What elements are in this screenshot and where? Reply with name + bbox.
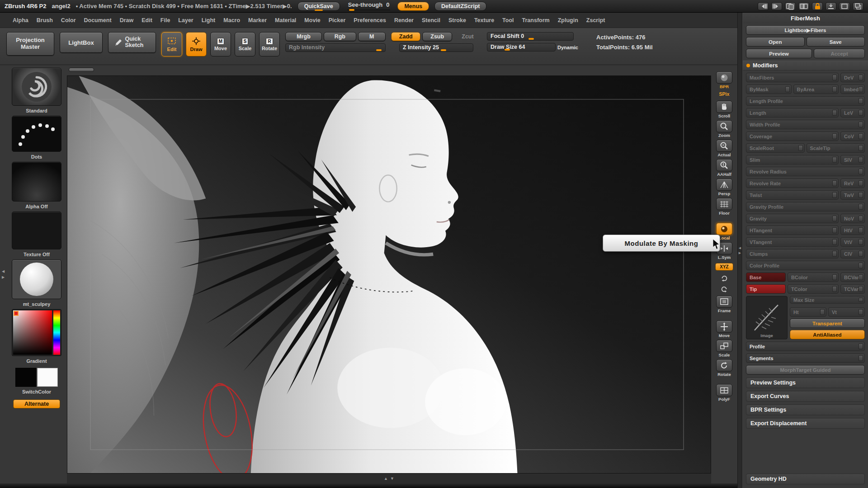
menu-render[interactable]: Render [391,16,417,25]
byarea-slider[interactable]: ByArea [793,84,839,94]
menu-transform[interactable]: Transform [519,16,553,25]
nov-slider[interactable]: NoV [840,214,865,223]
default-zscript-button[interactable]: DefaultZScript [434,2,486,11]
menu-draw[interactable]: Draw [116,16,137,25]
draw-size-slider[interactable]: Draw Size 64 [487,43,556,52]
length-slider[interactable]: Length [746,108,839,117]
copy-document-icon[interactable] [785,2,796,10]
htangent-slider[interactable]: HTangent [746,225,839,235]
menu-macro[interactable]: Macro [220,16,244,25]
rotate-button[interactable]: R Rotate [259,32,280,56]
scale-button[interactable]: S Scale [235,32,255,56]
menu-movie[interactable]: Movie [301,16,324,25]
menu-zscript[interactable]: Zscript [583,16,609,25]
clv-slider[interactable]: ClV [840,249,865,258]
open-button[interactable]: Open [746,37,805,47]
twist-slider[interactable]: Twist [746,190,839,200]
ht-slider[interactable]: Ht [790,307,826,317]
mrgb-button[interactable]: Mrgb [285,32,322,41]
current-texture-thumbnail[interactable] [12,211,61,249]
bpr-settings-header[interactable]: BPR Settings [746,404,865,415]
tip-color-swatch[interactable]: Tip [746,284,786,294]
draw-button[interactable]: Draw [186,32,207,56]
vtangent-slider[interactable]: VTangent [746,237,839,247]
menu-preferences[interactable]: Preferences [350,16,390,25]
menu-alpha[interactable]: Alpha [9,16,32,25]
twv-slider[interactable]: TwV [840,190,865,200]
lock-icon[interactable] [812,2,823,10]
width-profile-curve[interactable]: Width Profile [746,120,865,129]
color-profile-curve[interactable]: Color Profile [746,261,865,270]
sculpt-viewport[interactable] [67,75,711,474]
aahalf-button[interactable]: AAHalf [716,159,732,177]
floor-button[interactable]: Floor [716,198,732,216]
zoom-button[interactable]: Zoom [716,120,732,138]
rgb-intensity-slider[interactable]: Rgb Intensity [285,43,386,52]
focal-shift-slider[interactable]: Focal Shift 0 [487,32,574,41]
left-tray-divider[interactable]: ◀ ▶ [0,65,6,483]
scaleroot-slider[interactable]: ScaleRoot [746,143,805,153]
scroll-up-icon[interactable]: ▲ [384,476,388,481]
spin-left-icon[interactable] [718,274,730,283]
move-button[interactable]: M Move [210,32,231,56]
revolve-radius-slider[interactable]: Revolve Radius [746,167,865,176]
current-brush-thumbnail[interactable] [12,68,61,106]
menu-document[interactable]: Document [80,16,115,25]
antialiased-button[interactable]: AntiAliased [790,330,865,339]
menu-texture[interactable]: Texture [471,16,498,25]
menu-edit[interactable]: Edit [138,16,156,25]
morphtarget-guided-button[interactable]: MorphTarget Guided [746,365,865,375]
menu-material[interactable]: Material [271,16,300,25]
bcolor-slider[interactable]: BColor [788,272,839,282]
revolve-rate-slider[interactable]: Revolve Rate [746,178,839,188]
canvas-drag-handle[interactable] [69,68,94,72]
zadd-button[interactable]: Zadd [391,32,420,41]
menu-stroke[interactable]: Stroke [445,16,470,25]
maximize-icon[interactable] [839,2,850,10]
saturation-value-square[interactable] [13,310,52,355]
swap-document-icon[interactable] [798,2,809,10]
menu-picker[interactable]: Picker [325,16,349,25]
htv-slider[interactable]: HtV [840,225,865,235]
gyro-rotate-button[interactable]: Rotate [716,359,732,377]
scroll-button[interactable]: Scroll [716,101,732,118]
transparent-button[interactable]: Transparent [790,319,865,328]
minimize-icon[interactable] [826,2,836,10]
menu-marker[interactable]: Marker [245,16,270,25]
zsub-button[interactable]: Zsub [422,32,452,41]
gravity-slider[interactable]: Gravity [746,214,839,223]
bpr-button[interactable]: BPR [716,71,732,89]
tray-scroll-right-icon[interactable] [771,2,782,10]
cov-slider[interactable]: CoV [840,131,865,141]
accept-button[interactable]: Accept [814,49,865,58]
panel-title[interactable]: FiberMesh [743,13,868,23]
spix-button[interactable]: SPix [719,91,730,97]
gyro-scale-button[interactable]: Scale [716,340,732,357]
scroll-down-icon[interactable]: ▼ [390,476,394,481]
geometry-hd-header[interactable]: Geometry HD [746,474,865,484]
z-intensity-slider[interactable]: Z Intensity 25 [399,43,473,52]
lightbox-button[interactable]: LightBox [60,32,103,53]
max-size-slider[interactable]: Max Size [790,296,865,304]
fiber-image-thumbnail[interactable]: Image [746,296,788,339]
current-material-thumbnail[interactable] [12,259,61,299]
tray-scroll-left-icon[interactable] [758,2,769,10]
gyro-move-button[interactable]: Move [716,320,732,338]
vtv-slider[interactable]: VtV [840,237,865,247]
menu-brush[interactable]: Brush [33,16,57,25]
spin-right-icon[interactable] [718,285,730,294]
m-button[interactable]: M [358,32,386,41]
export-curves-header[interactable]: Export Curves [746,391,865,402]
base-color-swatch[interactable]: Base [746,272,786,282]
preview-button[interactable]: Preview [746,49,812,58]
menu-tool[interactable]: Tool [499,16,517,25]
actual-button[interactable]: Actual [716,140,732,157]
hue-strip[interactable] [53,310,60,355]
maxfibers-slider[interactable]: MaxFibers [746,73,839,82]
color-picker[interactable] [12,309,61,356]
polyframe-button[interactable]: PolyF [716,384,732,402]
quick-sketch-button[interactable]: Quick Sketch [108,32,156,53]
bcvar-slider[interactable]: BCVar [840,272,865,282]
panel-splitter[interactable]: ◀ ▶ [737,13,742,488]
clumps-slider[interactable]: Clumps [746,249,839,258]
